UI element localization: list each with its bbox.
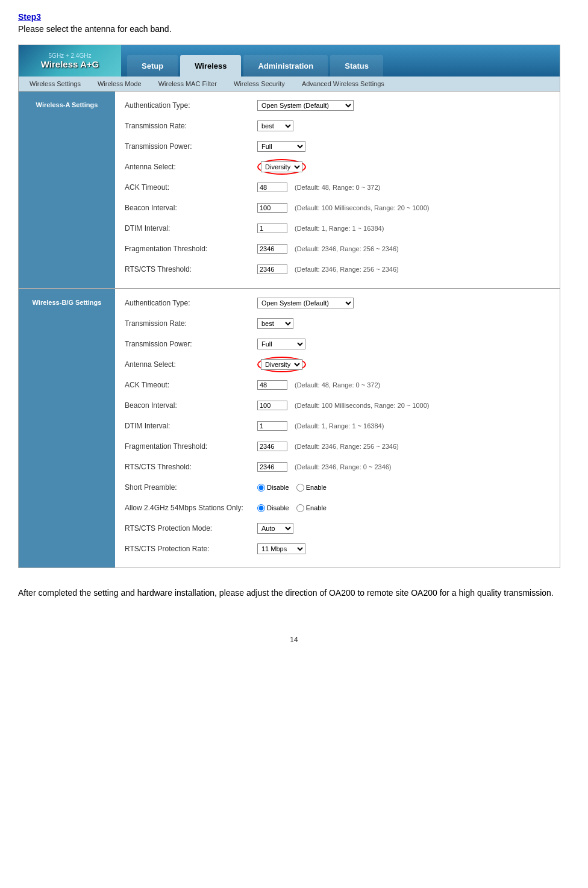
- tx-power-bg-label: Transmission Power:: [125, 340, 257, 348]
- dtim-a-control: (Default: 1, Range: 1 ~ 16384): [257, 224, 384, 233]
- ack-a-row: ACK Timeout: (Default: 48, Range: 0 ~ 37…: [125, 180, 550, 195]
- tab-wireless[interactable]: Wireless: [180, 55, 241, 77]
- frag-a-label: Fragmentation Threshold:: [125, 245, 257, 253]
- beacon-bg-label: Beacon Interval:: [125, 401, 257, 410]
- frag-a-hint: (Default: 2346, Range: 256 ~ 2346): [295, 245, 399, 252]
- antenna-a-select[interactable]: Diversity: [261, 161, 302, 172]
- frag-a-input[interactable]: [257, 244, 287, 254]
- router-content: Wireless-A Settings Authentication Type:…: [19, 92, 560, 568]
- tab-status[interactable]: Status: [330, 55, 383, 77]
- ack-a-control: (Default: 48, Range: 0 ~ 372): [257, 183, 380, 192]
- rts-a-hint: (Default: 2346, Range: 256 ~ 2346): [295, 266, 399, 273]
- rts-a-input[interactable]: [257, 264, 287, 274]
- dtim-bg-control: (Default: 1, Range: 1 ~ 16384): [257, 421, 384, 431]
- allow-54mbps-disable-radio[interactable]: [257, 504, 265, 512]
- router-sections: Wireless-A Settings Authentication Type:…: [19, 92, 560, 568]
- allow-54mbps-row: Allow 2.4GHz 54Mbps Stations Only: Disab…: [125, 500, 550, 516]
- antenna-bg-control: Diversity: [257, 357, 306, 372]
- beacon-a-input[interactable]: [257, 203, 287, 213]
- auth-type-a-row: Authentication Type: Open System (Defaul…: [125, 98, 550, 113]
- tx-rate-a-select[interactable]: best: [257, 120, 293, 131]
- frag-bg-control: (Default: 2346, Range: 256 ~ 2346): [257, 442, 399, 451]
- subnav-wireless-mode[interactable]: Wireless Mode: [89, 77, 150, 91]
- tab-administration[interactable]: Administration: [243, 55, 328, 77]
- rts-bg-input[interactable]: [257, 462, 287, 472]
- auth-type-bg-row: Authentication Type: Open System (Defaul…: [125, 295, 550, 311]
- rts-bg-row: RTS/CTS Threshold: (Default: 2346, Range…: [125, 459, 550, 475]
- antenna-a-highlight: Diversity: [257, 159, 306, 175]
- short-preamble-row: Short Preamble: Disable Enable: [125, 480, 550, 495]
- sub-nav: Wireless Settings Wireless Mode Wireless…: [19, 77, 560, 92]
- router-header: 5GHz + 2.4GHz Wireless A+G Setup Wireles…: [19, 45, 560, 77]
- tab-setup[interactable]: Setup: [127, 55, 178, 77]
- frag-bg-label: Fragmentation Threshold:: [125, 442, 257, 451]
- antenna-a-label: Antenna Select:: [125, 163, 257, 171]
- beacon-a-label: Beacon Interval:: [125, 204, 257, 212]
- dtim-bg-label: DTIM Interval:: [125, 422, 257, 430]
- rts-bg-label: RTS/CTS Threshold:: [125, 463, 257, 471]
- auth-type-a-select[interactable]: Open System (Default): [257, 100, 354, 111]
- dtim-a-input[interactable]: [257, 224, 287, 233]
- tx-rate-bg-control: best: [257, 318, 293, 329]
- tx-power-bg-control: Full: [257, 339, 305, 349]
- page-number: 14: [18, 636, 570, 644]
- rts-a-row: RTS/CTS Threshold: (Default: 2346, Range…: [125, 261, 550, 277]
- tx-rate-a-label: Transmission Rate:: [125, 122, 257, 130]
- dtim-bg-input[interactable]: [257, 421, 287, 431]
- nav-tabs: Setup Wireless Administration Status: [121, 45, 560, 77]
- beacon-bg-row: Beacon Interval: (Default: 100 Milliseco…: [125, 398, 550, 413]
- allow-54mbps-enable-radio[interactable]: [296, 504, 304, 512]
- dtim-a-hint: (Default: 1, Range: 1 ~ 16384): [295, 225, 384, 232]
- beacon-a-row: Beacon Interval: (Default: 100 Milliseco…: [125, 200, 550, 216]
- beacon-a-hint: (Default: 100 Milliseconds, Range: 20 ~ …: [295, 204, 430, 211]
- allow-54mbps-disable-label[interactable]: Disable: [257, 504, 289, 512]
- short-preamble-disable-radio[interactable]: [257, 484, 265, 492]
- step3-link[interactable]: Step3: [18, 12, 570, 22]
- subnav-wireless-mac-filter[interactable]: Wireless MAC Filter: [150, 77, 225, 91]
- subnav-advanced-wireless[interactable]: Advanced Wireless Settings: [293, 77, 393, 91]
- auth-type-bg-label: Authentication Type:: [125, 299, 257, 307]
- tx-power-bg-select[interactable]: Full: [257, 339, 305, 349]
- short-preamble-enable-radio[interactable]: [296, 484, 304, 492]
- wireless-a-label: Wireless-A Settings: [19, 92, 115, 288]
- auth-type-a-label: Authentication Type:: [125, 101, 257, 110]
- short-preamble-label: Short Preamble:: [125, 483, 257, 492]
- frag-bg-input[interactable]: [257, 442, 287, 451]
- tx-rate-bg-select[interactable]: best: [257, 318, 293, 329]
- rts-a-label: RTS/CTS Threshold:: [125, 265, 257, 274]
- ack-bg-input[interactable]: [257, 380, 287, 390]
- allow-54mbps-enable-label[interactable]: Enable: [296, 504, 327, 512]
- auth-type-bg-control: Open System (Default): [257, 298, 354, 308]
- rts-prot-rate-row: RTS/CTS Protection Rate: 11 Mbps: [125, 541, 550, 557]
- antenna-bg-row: Antenna Select: Diversity: [125, 357, 550, 372]
- short-preamble-enable-label[interactable]: Enable: [296, 484, 327, 492]
- short-preamble-disable-label[interactable]: Disable: [257, 484, 289, 492]
- tx-power-a-select[interactable]: Full: [257, 141, 305, 152]
- rts-prot-mode-select[interactable]: Auto: [257, 523, 293, 534]
- intro-text: Please select the antenna for each band.: [18, 24, 570, 34]
- rts-bg-control: (Default: 2346, Range: 0 ~ 2346): [257, 462, 392, 472]
- short-preamble-control: Disable Enable: [257, 484, 327, 492]
- antenna-bg-select[interactable]: Diversity: [261, 359, 302, 370]
- antenna-a-control: Diversity: [257, 159, 306, 175]
- ack-bg-control: (Default: 48, Range: 0 ~ 372): [257, 380, 380, 390]
- ack-a-input[interactable]: [257, 183, 287, 192]
- ack-bg-hint: (Default: 48, Range: 0 ~ 372): [295, 381, 380, 389]
- wireless-a-section: Wireless-A Settings Authentication Type:…: [19, 92, 560, 289]
- rts-prot-rate-select[interactable]: 11 Mbps: [257, 543, 305, 554]
- tx-rate-a-row: Transmission Rate: best: [125, 118, 550, 134]
- frag-a-control: (Default: 2346, Range: 256 ~ 2346): [257, 244, 399, 254]
- rts-prot-mode-control: Auto: [257, 523, 293, 534]
- wireless-a-fields: Authentication Type: Open System (Defaul…: [115, 92, 560, 288]
- subnav-wireless-security[interactable]: Wireless Security: [225, 77, 293, 91]
- subnav-wireless-settings[interactable]: Wireless Settings: [21, 77, 89, 91]
- rts-prot-rate-label: RTS/CTS Protection Rate:: [125, 545, 257, 553]
- logo-subtext: 5GHz + 2.4GHz: [41, 52, 99, 59]
- auth-type-bg-select[interactable]: Open System (Default): [257, 298, 354, 308]
- beacon-bg-input[interactable]: [257, 401, 287, 410]
- logo-main: Wireless A+G: [41, 59, 99, 69]
- tx-power-bg-row: Transmission Power: Full: [125, 336, 550, 352]
- rts-bg-hint: (Default: 2346, Range: 0 ~ 2346): [295, 463, 392, 471]
- antenna-bg-label: Antenna Select:: [125, 360, 257, 369]
- tx-power-a-label: Transmission Power:: [125, 142, 257, 151]
